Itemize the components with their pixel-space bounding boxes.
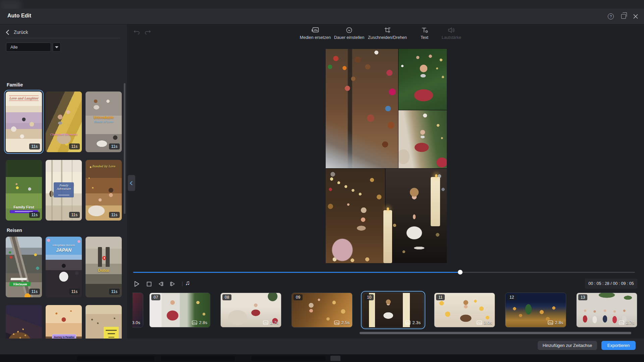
clip-duration-badge: 2.7s	[263, 320, 278, 325]
template-duration-badge: 11s	[109, 143, 120, 149]
template-card-bonded-by-love[interactable]: Bonded by Love 11s	[86, 160, 122, 221]
sidebar-collapse-button[interactable]	[128, 175, 135, 191]
template-duration-badge: 11s	[69, 289, 80, 295]
back-button[interactable]: Zurück	[7, 28, 28, 36]
template-thumbnail-image: Dubai	[86, 237, 122, 297]
replace-media-button[interactable]: Medien ersetzen	[297, 27, 334, 40]
template-card-journey-to-paradise[interactable]: Journey to Paradise 11s	[46, 305, 82, 339]
page-title: Auto Edit	[7, 13, 31, 19]
progress-handle[interactable]	[458, 270, 463, 275]
template-duration-badge: 11s	[29, 289, 40, 295]
undo-button[interactable]	[133, 29, 141, 36]
close-icon	[633, 14, 638, 19]
template-title-overlay: Love and Laughter	[9, 96, 39, 101]
progress-fill	[133, 272, 460, 273]
back-chevron-icon	[6, 29, 11, 35]
toolbar-item-label: Dauer einstellen	[334, 35, 364, 40]
candle	[383, 210, 392, 263]
close-button[interactable]	[631, 12, 640, 21]
export-button[interactable]: Exportieren	[601, 341, 636, 350]
photo-icon	[263, 320, 268, 325]
template-card-family-adventure[interactable]: Family Adventure 11s	[46, 160, 82, 221]
template-title-overlay: Cherished Moments	[46, 133, 81, 136]
clip-duration-badge: 2.8s	[548, 320, 563, 325]
previous-frame-button[interactable]	[157, 280, 165, 288]
template-card-unbreakable-bonds[interactable]: Unbreakable Bonds of Love 11s	[86, 92, 122, 152]
clip-number-badge: 08	[222, 294, 231, 300]
decorative-text-bar	[108, 333, 115, 334]
maximize-button[interactable]	[619, 12, 628, 21]
sidebar-scrollbar[interactable]	[124, 83, 125, 214]
sidebar-divider	[6, 38, 120, 38]
play-button[interactable]	[133, 280, 141, 288]
template-card-magic-of-rome[interactable]: Magic of Rome 11s	[6, 305, 42, 339]
template-title-overlay: Unbreakable	[86, 116, 122, 119]
previous-frame-icon	[158, 281, 164, 287]
clip-duration-label: 2.7s	[626, 320, 634, 325]
template-duration-badge: 11s	[29, 143, 40, 149]
template-title-overlay: JAPAN	[46, 247, 82, 253]
text-button[interactable]: Text	[415, 27, 434, 40]
timeline-clip-09[interactable]: 09 2.5s	[291, 293, 353, 327]
timeline-clip-06[interactable]: 3.0s	[132, 293, 143, 327]
template-card-dubai[interactable]: Dubai 11s	[86, 237, 122, 297]
template-title-overlay: Journey to Paradise	[53, 336, 75, 338]
template-card-love-and-laughter[interactable]: Love and Laughter 11s	[6, 92, 42, 152]
toolbar-item-label: Zuschneiden/Drehen	[368, 35, 407, 40]
crop-rotate-button[interactable]: Zuschneiden/Drehen	[364, 27, 411, 40]
text-icon	[421, 27, 429, 34]
template-card-cherished-moments[interactable]: Cherished Moments 11s	[46, 92, 82, 152]
redo-button[interactable]	[144, 29, 152, 36]
template-thumbnail-image: Unbreakable Bonds of Love	[86, 92, 122, 152]
template-card-venice[interactable]: 11s	[86, 305, 122, 339]
back-label: Zurück	[14, 29, 28, 35]
template-title-overlay: Vietnam	[12, 283, 27, 286]
category-filter-select[interactable]: Alle	[6, 43, 51, 52]
photo-icon	[334, 320, 339, 325]
timeline-clip-13[interactable]: 13 2.7s	[576, 293, 637, 327]
clip-number-badge: 13	[578, 294, 587, 300]
stop-button[interactable]	[145, 280, 153, 288]
add-to-timeline-button[interactable]: Hinzufügen zur Zeitachse	[538, 341, 597, 350]
volume-button[interactable]: Lautstärke	[438, 27, 465, 40]
footer-bar: Hinzufügen zur Zeitachse Exportieren	[0, 339, 644, 354]
toolbar-item-label: Medien ersetzen	[300, 35, 331, 40]
decorative-text-bar	[106, 330, 117, 331]
timeline-clip-08[interactable]: 08 2.7s	[220, 293, 281, 327]
clip-duration-badge: 3.0s	[132, 320, 140, 325]
help-button[interactable]: ?	[606, 12, 615, 21]
category-filter-arrow-button[interactable]	[53, 43, 61, 52]
timeline-clip-11[interactable]: 11 3.0s	[434, 293, 495, 327]
template-title-overlay: Family Adventure	[54, 184, 73, 190]
set-duration-button[interactable]: Dauer einstellen	[330, 27, 368, 40]
timeline-clip-07[interactable]: 07 2.8s	[149, 293, 210, 327]
music-button[interactable]: ♫	[185, 279, 190, 287]
template-thumbnail-image: Vietnam	[6, 237, 42, 297]
playback-progress-bar[interactable]	[133, 272, 635, 273]
template-title-band: Vietnam	[9, 282, 31, 286]
template-card-japan[interactable]: Unforgettable Moments JAPAN 11s	[46, 237, 82, 297]
preview-photo-man-armchair	[398, 110, 447, 168]
template-title-card: Journey to Paradise	[52, 334, 76, 339]
desktop-shadow-fragment	[252, 356, 325, 361]
timeline-clip-12[interactable]: 12 2.8s	[505, 293, 566, 327]
time-display: 00 : 05 : 28 / 00 : 09 : 05	[585, 279, 637, 289]
template-card-vietnam[interactable]: Vietnam 11s	[6, 237, 42, 297]
clip-duration-label: 2.7s	[270, 320, 278, 325]
desktop-highlight-fragment	[330, 356, 340, 361]
template-card-family-first[interactable]: Family First 11s	[6, 160, 42, 221]
desktop-shadow-fragment	[77, 356, 154, 361]
clip-number-badge: 09	[293, 294, 303, 300]
titlebar: Auto Edit ?	[0, 9, 644, 24]
template-thumbnail-image	[86, 305, 122, 339]
top-strip	[0, 0, 644, 9]
photo-icon	[477, 320, 482, 325]
template-duration-badge: 11s	[109, 289, 120, 295]
template-title-card: Family Adventure	[54, 182, 74, 197]
next-frame-button[interactable]	[169, 280, 177, 288]
timeline-horizontal-scrollbar[interactable]	[360, 332, 631, 334]
timeline-clip-10-selected[interactable]: 10 2.3s	[363, 293, 424, 327]
template-title-overlay: Bonded by Love	[86, 165, 122, 168]
template-title-overlay: Dubai	[86, 268, 122, 273]
timeline-strip: 3.0s 07 2.8s 08 2.7s 09 2.5s	[132, 291, 640, 331]
